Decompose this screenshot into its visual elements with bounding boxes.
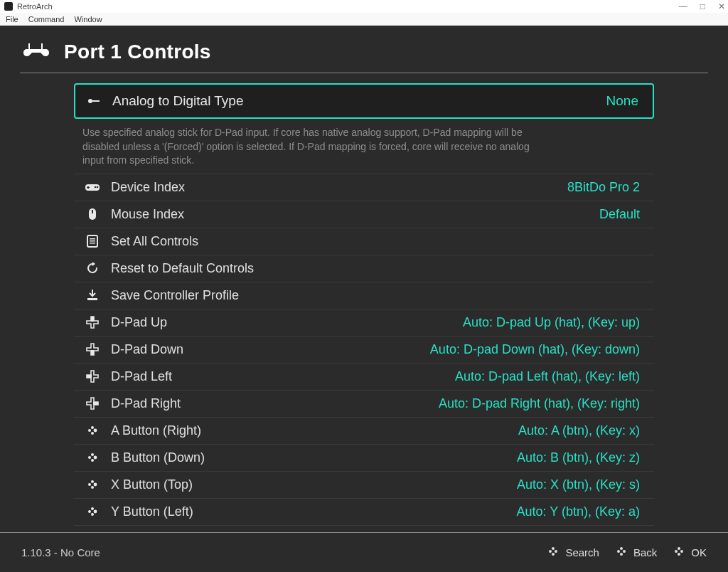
mouse-icon (82, 208, 102, 221)
setting-label: Mouse Index (111, 207, 184, 222)
svg-point-44 (675, 550, 678, 553)
setting-analog-to-digital-type[interactable]: Analog to Digital Type None (74, 83, 654, 119)
svg-rect-18 (87, 375, 92, 378)
page-header: Port 1 Controls (0, 26, 728, 73)
dpad-up-icon (82, 316, 102, 329)
svg-rect-10 (92, 210, 93, 213)
face-btn-icon (82, 451, 102, 464)
svg-point-21 (94, 429, 97, 433)
svg-rect-12 (90, 238, 95, 240)
dpad-right-icon (82, 397, 102, 410)
svg-rect-13 (90, 240, 95, 242)
setting-row[interactable]: Save Controller Profile (74, 282, 654, 309)
footer-label: Back (633, 546, 657, 558)
setting-value: Auto: A (btn), (Key: x) (518, 423, 640, 438)
setting-value: 8BitDo Pro 2 (567, 180, 640, 195)
setting-value: Auto: Y (btn), (Key: a) (517, 504, 640, 519)
svg-point-40 (617, 550, 620, 553)
setting-row[interactable]: D-Pad DownAuto: D-pad Down (hat), (Key: … (74, 336, 654, 363)
face-btn-icon (547, 545, 560, 561)
footer-label: OK (691, 546, 707, 558)
menu-window[interactable]: Window (74, 15, 102, 23)
reset-icon (82, 262, 102, 275)
minimize-icon[interactable]: — (679, 1, 687, 11)
setting-value: Auto: D-pad Right (hat), (Key: right) (439, 396, 640, 411)
svg-point-23 (91, 432, 94, 435)
svg-point-34 (91, 507, 94, 510)
svg-point-30 (91, 480, 94, 483)
setting-label: X Button (Top) (111, 477, 193, 492)
setting-label: A Button (Right) (111, 423, 201, 438)
svg-point-31 (91, 486, 94, 489)
setting-label: Y Button (Left) (111, 504, 193, 519)
settings-list: Device Index8BitDo Pro 2Mouse IndexDefau… (74, 174, 654, 526)
setting-value: Auto: D-pad Down (hat), (Key: down) (430, 342, 640, 357)
svg-point-45 (680, 550, 683, 553)
setting-row[interactable]: Mouse IndexDefault (74, 201, 654, 228)
setting-row[interactable]: Device Index8BitDo Pro 2 (74, 174, 654, 201)
svg-point-39 (552, 553, 555, 556)
list-icon (82, 235, 102, 248)
setting-row[interactable]: A Button (Right)Auto: A (btn), (Key: x) (74, 417, 654, 444)
help-text: Use specified analog stick for D-Pad inp… (82, 126, 537, 168)
footer-label: Search (565, 546, 599, 558)
svg-point-22 (91, 426, 94, 429)
app-icon (4, 2, 13, 11)
svg-point-2 (88, 99, 92, 103)
setting-label: D-Pad Right (111, 396, 181, 411)
version-text: 1.10.3 - No Core (21, 546, 100, 558)
svg-point-38 (552, 547, 555, 550)
footer-action-back[interactable]: Back (615, 545, 657, 561)
svg-point-24 (88, 456, 91, 459)
menu-command[interactable]: Command (28, 15, 65, 23)
setting-label: Save Controller Profile (111, 288, 239, 303)
menubar: File Command Window (0, 13, 728, 26)
setting-row[interactable]: D-Pad LeftAuto: D-pad Left (hat), (Key: … (74, 363, 654, 390)
dpad-down-icon (82, 343, 102, 356)
svg-rect-3 (92, 100, 100, 102)
setting-row[interactable]: Reset to Default Controls (74, 255, 654, 282)
menu-file[interactable]: File (6, 15, 18, 23)
svg-point-35 (91, 513, 94, 516)
setting-row[interactable]: Y Button (Left)Auto: Y (btn), (Key: a) (74, 498, 654, 526)
footer-bar: 1.10.3 - No Core Search Back OK (0, 532, 728, 572)
setting-value: Default (599, 207, 640, 222)
setting-value: Auto: D-pad Up (hat), (Key: up) (463, 315, 640, 330)
content-area: Analog to Digital Type None Use specifie… (20, 73, 708, 526)
setting-row[interactable]: B Button (Down)Auto: B (btn), (Key: z) (74, 444, 654, 471)
face-btn-icon (82, 478, 102, 491)
svg-point-42 (620, 547, 623, 550)
footer-action-search[interactable]: Search (547, 545, 599, 561)
setting-value: Auto: X (btn), (Key: s) (517, 477, 640, 492)
setting-value: Auto: B (btn), (Key: z) (517, 450, 640, 465)
svg-rect-6 (87, 187, 90, 188)
setting-label: D-Pad Left (111, 369, 172, 384)
setting-row[interactable]: D-Pad UpAuto: D-pad Up (hat), (Key: up) (74, 309, 654, 336)
save-icon (82, 289, 102, 302)
svg-point-29 (94, 483, 97, 487)
svg-point-36 (549, 550, 552, 553)
svg-rect-15 (87, 298, 97, 300)
svg-rect-1 (41, 43, 43, 49)
setting-value: None (606, 93, 638, 109)
footer-action-ok[interactable]: OK (673, 545, 707, 561)
face-btn-icon (673, 545, 685, 561)
setting-label: D-Pad Up (111, 315, 167, 330)
close-icon[interactable]: ✕ (718, 1, 725, 11)
maximize-icon[interactable]: □ (700, 1, 705, 11)
setting-label: Device Index (111, 180, 185, 195)
window-titlebar: RetroArch — □ ✕ (0, 0, 728, 13)
svg-rect-19 (93, 402, 98, 405)
gamepad-icon (82, 181, 102, 193)
svg-point-37 (555, 550, 557, 553)
setting-row[interactable]: D-Pad RightAuto: D-pad Right (hat), (Key… (74, 390, 654, 417)
svg-point-20 (88, 429, 91, 432)
svg-rect-17 (91, 350, 94, 355)
setting-row[interactable]: Set All Controls (74, 228, 654, 255)
window-title: RetroArch (17, 2, 53, 11)
svg-point-26 (91, 453, 94, 456)
svg-point-43 (620, 553, 623, 556)
setting-row[interactable]: X Button (Top)Auto: X (btn), (Key: s) (74, 471, 654, 498)
svg-point-28 (88, 483, 91, 486)
svg-point-8 (97, 186, 99, 189)
